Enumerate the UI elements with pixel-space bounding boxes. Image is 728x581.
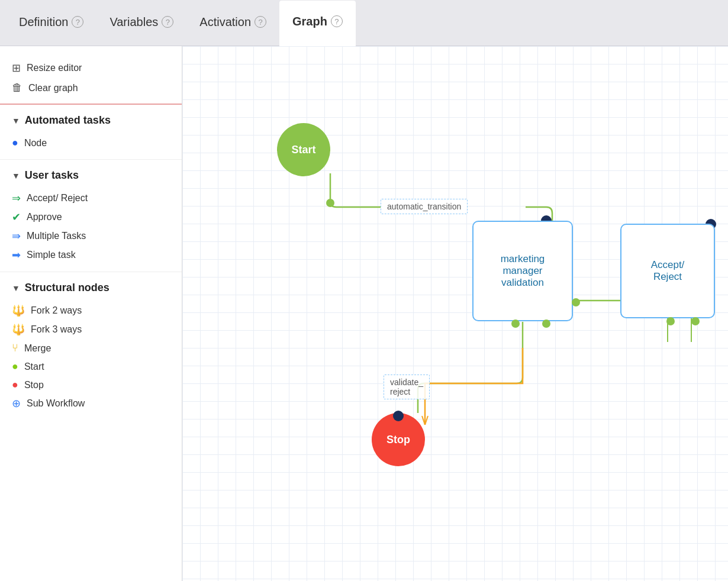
start-icon: ● — [12, 360, 18, 373]
marketing-port-right — [572, 298, 580, 306]
tab-activation-help[interactable]: ? — [255, 16, 266, 28]
tab-variables-help[interactable]: ? — [162, 16, 173, 28]
main-content: ⊞ Resize editor 🗑 Clear graph ▼ Automate… — [0, 46, 728, 581]
sub-workflow-icon: ⊕ — [12, 397, 21, 410]
marketing-label: marketingmanagervalidation — [501, 253, 545, 289]
tab-definition-help[interactable]: ? — [72, 16, 83, 28]
resize-icon: ⊞ — [12, 62, 21, 75]
simple-task-item[interactable]: ➡ Simple task — [12, 246, 170, 264]
stop-node-label: Stop — [386, 434, 410, 446]
fork3-label: Fork 3 ways — [31, 324, 82, 335]
stop-icon: ● — [12, 379, 18, 391]
fork2-label: Fork 2 ways — [31, 305, 82, 316]
user-tasks-header[interactable]: ▼ User tasks — [0, 160, 182, 186]
graph-canvas[interactable]: Start automatic_transition marketingmana… — [182, 46, 728, 581]
clear-graph-button[interactable]: 🗑 Clear graph — [12, 78, 170, 98]
tab-bar: Definition ? Variables ? Activation ? Gr… — [0, 0, 728, 46]
toolbar-section: ⊞ Resize editor 🗑 Clear graph — [0, 46, 182, 105]
accept-reject-label: Accept/ Reject — [27, 193, 88, 204]
tab-graph-label: Graph — [292, 15, 327, 28]
tab-activation-label: Activation — [199, 15, 251, 29]
user-tasks-items: ⇒ Accept/ Reject ✔ Approve ⇛ Multiple Ta… — [0, 186, 182, 272]
tab-variables[interactable]: Variables ? — [96, 0, 186, 46]
automated-tasks-items: ● Node — [0, 131, 182, 159]
approve-label: Approve — [27, 212, 62, 222]
start-node[interactable]: Start — [277, 123, 330, 176]
auto-transition-label: automatic_transition — [381, 199, 468, 214]
marketing-port-br — [542, 319, 550, 328]
sub-workflow-label: Sub Workflow — [27, 398, 85, 409]
merge-label: Merge — [24, 343, 51, 354]
stop-label: Stop — [24, 380, 44, 390]
start-node-label: Start — [291, 144, 315, 156]
simple-task-label: Simple task — [27, 250, 76, 260]
structural-nodes-title: Structural nodes — [25, 282, 109, 294]
fork2-item[interactable]: 🔱 Fork 2 ways — [12, 301, 170, 320]
accept-reject-icon: ⇒ — [12, 192, 21, 205]
app-container: Definition ? Variables ? Activation ? Gr… — [0, 0, 728, 581]
multiple-tasks-icon: ⇛ — [12, 230, 21, 243]
marketing-port-bl — [511, 319, 520, 328]
automated-tasks-header[interactable]: ▼ Automated tasks — [0, 105, 182, 131]
structural-nodes-items: 🔱 Fork 2 ways 🔱 Fork 3 ways ⑂ Merge ● St… — [0, 299, 182, 420]
automated-tasks-title: Automated tasks — [25, 114, 111, 127]
fork2-icon: 🔱 — [12, 304, 25, 317]
tab-graph-help[interactable]: ? — [331, 15, 343, 27]
merge-icon: ⑂ — [12, 342, 18, 354]
stop-item[interactable]: ● Stop — [12, 376, 170, 394]
marketing-node[interactable]: marketingmanagervalidation — [472, 221, 573, 321]
node-item[interactable]: ● Node — [12, 134, 170, 152]
auto-transition-text: automatic_transition — [387, 202, 461, 211]
stop-top-port — [393, 411, 404, 421]
accept-reject-node[interactable]: Accept/Reject — [620, 224, 715, 318]
start-bottom-port — [326, 199, 334, 207]
sidebar: ⊞ Resize editor 🗑 Clear graph ▼ Automate… — [0, 46, 182, 581]
validate-reject-label: validate_reject — [384, 375, 430, 399]
multiple-tasks-item[interactable]: ⇛ Multiple Tasks — [12, 227, 170, 246]
tab-graph[interactable]: Graph ? — [279, 1, 356, 46]
fork3-icon: 🔱 — [12, 323, 25, 336]
node-label: Node — [24, 138, 47, 149]
accept-port-bl — [666, 317, 675, 325]
merge-item[interactable]: ⑂ Merge — [12, 339, 170, 357]
approve-item[interactable]: ✔ Approve — [12, 208, 170, 227]
simple-task-icon: ➡ — [12, 248, 21, 262]
approve-icon: ✔ — [12, 211, 21, 224]
user-tasks-title: User tasks — [25, 169, 79, 182]
validate-reject-text: validate_reject — [390, 377, 423, 396]
automated-chevron-icon: ▼ — [12, 116, 20, 125]
node-icon: ● — [12, 137, 18, 149]
tab-variables-label: Variables — [109, 15, 158, 29]
structural-chevron-icon: ▼ — [12, 283, 20, 293]
tab-definition[interactable]: Definition ? — [6, 0, 96, 46]
resize-editor-label: Resize editor — [27, 63, 82, 73]
accept-port-br — [691, 317, 700, 325]
clear-graph-label: Clear graph — [28, 83, 78, 93]
sub-workflow-item[interactable]: ⊕ Sub Workflow — [12, 394, 170, 413]
user-tasks-chevron-icon: ▼ — [12, 171, 20, 180]
start-label: Start — [24, 361, 44, 372]
trash-icon: 🗑 — [12, 82, 22, 94]
accept-reject-item[interactable]: ⇒ Accept/ Reject — [12, 189, 170, 208]
accept-reject-node-label: Accept/Reject — [651, 259, 685, 283]
resize-editor-button[interactable]: ⊞ Resize editor — [12, 58, 170, 78]
structural-nodes-header[interactable]: ▼ Structural nodes — [0, 272, 182, 299]
fork3-item[interactable]: 🔱 Fork 3 ways — [12, 320, 170, 339]
tab-activation[interactable]: Activation ? — [186, 0, 279, 46]
multiple-tasks-label: Multiple Tasks — [27, 231, 86, 241]
start-item[interactable]: ● Start — [12, 357, 170, 376]
tab-definition-label: Definition — [19, 15, 68, 29]
